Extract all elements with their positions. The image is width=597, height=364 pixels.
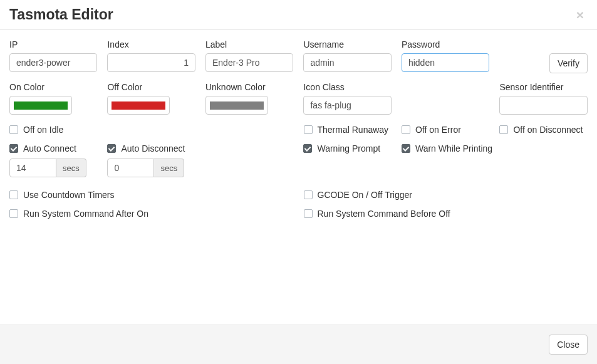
sensor-id-label: Sensor Identifier [499, 82, 587, 92]
modal-title: Tasmota Editor [9, 6, 588, 23]
off-on-idle-label: Off on Idle [23, 125, 63, 135]
auto-disconnect-label: Auto Disconnect [121, 143, 185, 153]
on-color-input[interactable] [9, 96, 72, 115]
cmd-after-on-label: Run System Command After On [23, 209, 148, 219]
warning-prompt-checkbox[interactable] [303, 144, 312, 153]
row-misc-1: Use Countdown Timers GCODE On / Off Trig… [4, 189, 593, 201]
modal-body: IP Index Label Username Password Verify [0, 30, 597, 325]
username-label: Username [303, 39, 391, 49]
close-button[interactable]: Close [549, 335, 588, 355]
verify-button[interactable]: Verify [549, 53, 588, 73]
ip-input[interactable] [9, 53, 97, 72]
off-on-disconnect-checkbox[interactable] [499, 125, 508, 134]
cmd-after-on-checkbox[interactable] [9, 209, 18, 218]
icon-class-label: Icon Class [303, 82, 391, 92]
row-safety-flags: Off on Idle Thermal Runaway Off on Error [4, 123, 593, 136]
index-input[interactable] [107, 53, 195, 72]
cmd-before-off-label: Run System Command Before Off [318, 209, 450, 219]
unknown-color-swatch [210, 101, 264, 110]
tasmota-editor-modal: Tasmota Editor × IP Index Label Username [0, 0, 597, 364]
off-on-idle-checkbox[interactable] [9, 125, 18, 134]
auto-connect-delay-input[interactable] [9, 159, 56, 177]
row-misc-2: Run System Command After On Run System C… [4, 207, 593, 220]
off-on-error-label: Off on Error [415, 125, 461, 135]
icon-class-input[interactable] [303, 96, 391, 115]
off-color-input[interactable] [107, 96, 170, 115]
unknown-color-label: Unknown Color [205, 82, 293, 92]
index-label: Index [107, 39, 195, 49]
row-appearance: On Color Off Color Unknown Color Icon Cl… [4, 82, 593, 115]
on-color-label: On Color [9, 82, 97, 92]
password-label: Password [402, 39, 489, 49]
cmd-before-off-checkbox[interactable] [304, 209, 313, 218]
ip-label: IP [9, 39, 97, 49]
use-countdown-checkbox[interactable] [9, 190, 18, 199]
warn-while-printing-label: Warn While Printing [415, 143, 492, 153]
off-color-swatch [112, 101, 165, 110]
gcode-trigger-checkbox[interactable] [304, 190, 313, 199]
row-credentials: IP Index Label Username Password Verify [4, 39, 593, 73]
off-on-error-checkbox[interactable] [402, 125, 410, 134]
use-countdown-label: Use Countdown Timers [23, 190, 115, 200]
auto-connect-label: Auto Connect [23, 143, 76, 153]
modal-header: Tasmota Editor × [0, 0, 597, 30]
close-icon[interactable]: × [573, 8, 588, 22]
off-color-label: Off Color [107, 82, 195, 92]
row-connection-flags: Auto Connect secs Auto Disconnect secs [4, 142, 593, 177]
auto-disconnect-delay-input[interactable] [107, 159, 154, 177]
auto-connect-delay-unit: secs [56, 159, 86, 177]
modal-footer: Close [0, 325, 597, 364]
sensor-id-input[interactable] [499, 96, 587, 115]
auto-disconnect-delay-unit: secs [154, 159, 184, 177]
warn-while-printing-checkbox[interactable] [402, 144, 410, 153]
username-input[interactable] [303, 53, 391, 72]
thermal-runaway-checkbox[interactable] [304, 125, 313, 134]
auto-connect-checkbox[interactable] [9, 144, 18, 153]
thermal-runaway-label: Thermal Runaway [318, 125, 389, 135]
gcode-trigger-label: GCODE On / Off Trigger [318, 190, 412, 200]
warning-prompt-label: Warning Prompt [317, 143, 380, 153]
auto-disconnect-checkbox[interactable] [107, 144, 116, 153]
label-input[interactable] [205, 53, 293, 72]
off-on-disconnect-label: Off on Disconnect [513, 125, 583, 135]
on-color-swatch [14, 101, 68, 110]
unknown-color-input[interactable] [205, 96, 268, 115]
label-label: Label [205, 39, 293, 49]
password-input[interactable] [402, 53, 489, 72]
